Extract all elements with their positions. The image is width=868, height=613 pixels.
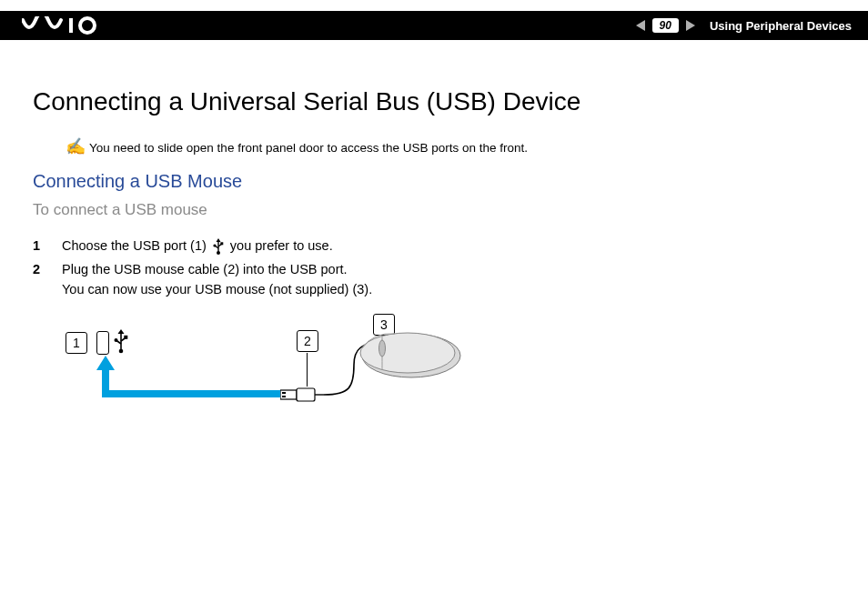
- svg-marker-3: [686, 20, 695, 31]
- nav-prev-icon[interactable]: [634, 19, 647, 32]
- usb-icon: [113, 329, 129, 355]
- usb-icon: [212, 238, 225, 255]
- svg-point-20: [360, 333, 455, 373]
- svg-point-21: [379, 340, 386, 357]
- subsection-title: Connecting a USB Mouse: [33, 171, 580, 192]
- step-1: 1 Choose the USB port (1) you prefer to …: [33, 236, 580, 256]
- page-content: Connecting a Universal Serial Bus (USB) …: [33, 87, 580, 428]
- svg-rect-14: [280, 390, 297, 399]
- nav-next-icon[interactable]: [684, 19, 697, 32]
- svg-marker-6: [216, 238, 220, 242]
- usb-mouse-diagram: 1 2: [66, 319, 502, 428]
- procedure-title: To connect a USB mouse: [33, 201, 580, 219]
- usb-plug-icon: [280, 387, 324, 403]
- diagram-label-1: 1: [66, 332, 87, 354]
- note-icon: ✍: [66, 138, 86, 155]
- mouse-icon: [355, 328, 462, 381]
- step-list: 1 Choose the USB port (1) you prefer to …: [33, 236, 580, 299]
- svg-rect-8: [220, 242, 223, 245]
- step-text: Plug the USB mouse cable (2) into the US…: [62, 259, 372, 299]
- svg-point-7: [213, 245, 216, 247]
- step-number: 1: [33, 236, 45, 256]
- diagram-label-2: 2: [297, 330, 318, 352]
- header-nav: 90 Using Peripheral Devices: [634, 18, 852, 33]
- svg-rect-13: [124, 336, 127, 339]
- arrow-head-icon: [96, 356, 115, 370]
- svg-marker-2: [636, 20, 645, 31]
- note: ✍ You need to slide open the front panel…: [66, 138, 580, 155]
- svg-point-1: [80, 18, 95, 33]
- svg-point-12: [115, 338, 118, 342]
- callout-line: [307, 353, 308, 387]
- page-title: Connecting a Universal Serial Bus (USB) …: [33, 87, 580, 116]
- page-number: 90: [652, 18, 679, 33]
- svg-rect-16: [282, 396, 286, 397]
- usb-port-icon: [96, 331, 109, 355]
- step-text: Choose the USB port (1) you prefer to us…: [62, 236, 333, 256]
- svg-rect-15: [282, 392, 286, 394]
- vaio-logo: [22, 16, 106, 35]
- svg-rect-0: [69, 18, 73, 33]
- note-text: You need to slide open the front panel d…: [89, 141, 528, 155]
- header-bar: 90 Using Peripheral Devices: [0, 11, 868, 40]
- step-2: 2 Plug the USB mouse cable (2) into the …: [33, 259, 580, 299]
- section-label: Using Peripheral Devices: [710, 19, 852, 33]
- arrow-segment: [102, 390, 282, 397]
- step-number: 2: [33, 259, 45, 279]
- svg-marker-11: [118, 329, 125, 334]
- svg-rect-17: [297, 388, 315, 401]
